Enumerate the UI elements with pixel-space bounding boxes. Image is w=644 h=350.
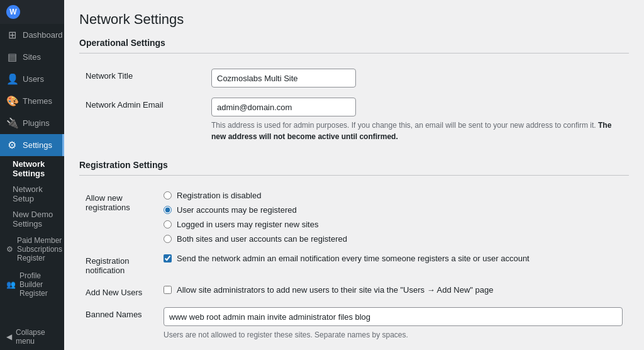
sidebar-item-profile-builder[interactable]: 👥 Profile Builder Register [0, 267, 64, 302]
sidebar-item-label: Plugins [23, 118, 50, 128]
radio-user-label: User accounts may be registered [177, 205, 297, 215]
wp-icon: W [6, 5, 20, 19]
radio-logged-in-input[interactable] [164, 220, 172, 229]
add-new-users-row: Add New Users Allow site administrators … [79, 280, 629, 302]
radio-disabled-input[interactable] [164, 191, 172, 200]
add-new-users-text: Allow site administrators to add new use… [177, 285, 493, 295]
limited-email-row: Limited Email Registrations If you want … [79, 346, 629, 350]
collapse-icon: ◀ [6, 332, 12, 341]
sidebar-sub-item-new-demo[interactable]: New Demo Settings [0, 206, 64, 232]
network-admin-email-row: Network Admin Email This address is used… [79, 93, 629, 147]
section-title-operational: Operational Settings [79, 38, 629, 54]
plugins-icon: 🔌 [6, 117, 18, 129]
banned-names-input[interactable] [164, 307, 623, 326]
radio-registration-both[interactable]: Both sites and user accounts can be regi… [164, 234, 623, 244]
radio-registration-disabled[interactable]: Registration is disabled [164, 191, 623, 200]
users-icon: 👤 [6, 73, 18, 85]
registration-settings-table: Allow new registrations Registration is … [79, 186, 629, 350]
main-content: Network Settings Operational Settings Ne… [64, 0, 644, 350]
sidebar-item-label: Settings [23, 140, 52, 150]
radio-both-label: Both sites and user accounts can be regi… [177, 234, 347, 244]
radio-registration-user[interactable]: User accounts may be registered [164, 205, 623, 215]
network-title-row: Network Title [79, 64, 629, 93]
page-title: Network Settings [79, 11, 629, 28]
radio-logged-in-label: Logged in users may register new sites [177, 220, 318, 229]
network-admin-email-label: Network Admin Email [79, 93, 205, 147]
add-new-users-checkbox-label[interactable]: Allow site administrators to add new use… [164, 285, 623, 295]
allow-registrations-row: Allow new registrations Registration is … [79, 186, 629, 249]
radio-both-input[interactable] [164, 235, 172, 243]
registration-notification-checkbox[interactable] [164, 254, 172, 262]
network-admin-email-help: This address is used for admin purposes.… [211, 120, 623, 142]
sidebar-item-themes[interactable]: 🎨 Themes [0, 90, 64, 112]
registration-notification-label: Registration notification [79, 249, 157, 280]
radio-user-input[interactable] [164, 206, 172, 214]
registration-notification-text: Send the network admin an email notifica… [177, 254, 530, 263]
collapse-label: Collapse menu [16, 328, 58, 346]
sidebar-item-label: Sites [23, 52, 41, 62]
sidebar-item-dashboard[interactable]: ⊞ Dashboard [0, 24, 64, 46]
sidebar-item-users[interactable]: 👤 Users [0, 68, 64, 90]
sidebar-sub-item-network-settings[interactable]: Network Settings [0, 156, 64, 181]
operational-settings-table: Network Title Network Admin Email This a… [79, 64, 629, 147]
sidebar-sub-item-network-setup[interactable]: Network Setup [0, 181, 64, 206]
sidebar-item-settings[interactable]: ⚙ Settings [0, 134, 64, 156]
sidebar-submenu: Network Settings Network Setup New Demo … [0, 156, 64, 232]
sidebar-item-label: Users [23, 74, 44, 84]
sidebar-item-plugins[interactable]: 🔌 Plugins [0, 112, 64, 134]
add-new-users-checkbox[interactable] [164, 286, 172, 294]
paid-member-icon: ⚙ [6, 245, 13, 254]
sidebar-item-sites[interactable]: ▤ Sites [0, 46, 64, 68]
dashboard-icon: ⊞ [6, 29, 18, 41]
sidebar-item-label: Themes [23, 96, 52, 106]
sidebar-logo: W [0, 0, 64, 24]
themes-icon: 🎨 [6, 95, 18, 107]
sidebar-item-label: Dashboard [23, 30, 63, 40]
paid-member-label: Paid Member Subscriptions Register [17, 236, 62, 262]
radio-disabled-label: Registration is disabled [177, 191, 261, 200]
profile-builder-label: Profile Builder Register [19, 271, 58, 298]
collapse-menu[interactable]: ◀ Collapse menu [0, 324, 64, 350]
network-title-label: Network Title [79, 64, 205, 93]
section-title-registration: Registration Settings [79, 160, 629, 176]
network-title-input[interactable] [211, 69, 356, 88]
registration-notification-checkbox-label[interactable]: Send the network admin an email notifica… [164, 254, 623, 263]
add-new-users-label: Add New Users [79, 280, 157, 302]
registration-radio-group: Registration is disabled User accounts m… [164, 191, 623, 244]
sidebar-item-paid-member[interactable]: ⚙ Paid Member Subscriptions Register [0, 232, 64, 267]
network-admin-email-input[interactable] [211, 98, 356, 116]
banned-names-label: Banned Names [79, 302, 157, 346]
limited-email-label: Limited Email Registrations [79, 346, 157, 350]
banned-names-help: Users are not allowed to register these … [164, 329, 616, 341]
radio-registration-logged-in[interactable]: Logged in users may register new sites [164, 220, 623, 229]
allow-registrations-label: Allow new registrations [79, 186, 157, 249]
registration-notification-row: Registration notification Send the netwo… [79, 249, 629, 280]
settings-icon: ⚙ [6, 139, 18, 151]
sidebar: W ⊞ Dashboard ▤ Sites 👤 Users 🎨 Themes 🔌… [0, 0, 64, 350]
banned-names-row: Banned Names Users are not allowed to re… [79, 302, 629, 346]
profile-builder-icon: 👥 [6, 280, 16, 289]
sites-icon: ▤ [6, 51, 18, 63]
